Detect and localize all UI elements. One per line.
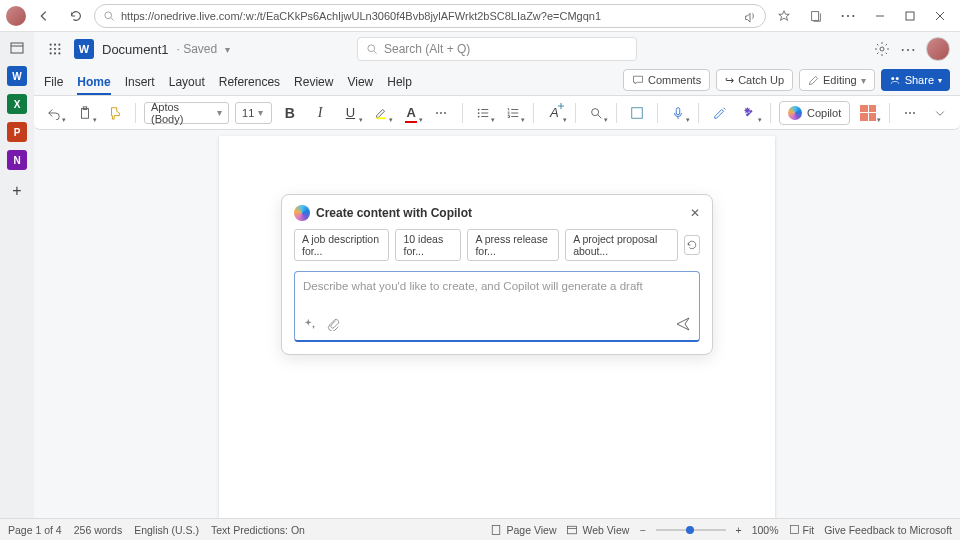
tab-file[interactable]: File [44, 75, 63, 95]
refresh-chips-button[interactable] [684, 235, 700, 255]
designer-button[interactable] [625, 100, 649, 126]
paste-button[interactable]: ▾ [72, 100, 96, 126]
tab-layout[interactable]: Layout [169, 75, 205, 95]
dictate-button[interactable]: ▾ [666, 100, 690, 126]
close-button[interactable] [926, 4, 954, 28]
send-button[interactable] [675, 316, 691, 332]
svg-point-16 [895, 77, 898, 80]
app-launcher-icon[interactable] [44, 38, 66, 60]
ribbon-toolbar: ▾ ▾ Aptos (Body)▾ 11▾ B I U▾ ▾ A▾ ⋯ ▾ ▾ … [34, 96, 960, 130]
find-button[interactable]: ▾ [583, 100, 607, 126]
svg-point-12 [58, 52, 60, 54]
tab-review[interactable]: Review [294, 75, 333, 95]
chip-press-release[interactable]: A press release for... [467, 229, 559, 261]
profile-avatar-icon[interactable] [6, 6, 26, 26]
bullets-button[interactable]: ▾ [471, 100, 495, 126]
bold-button[interactable]: B [278, 100, 302, 126]
address-bar[interactable]: https://onedrive.live.com/:w:/t/EaCKkPs6… [94, 4, 766, 28]
search-box[interactable]: Search (Alt + Q) [357, 37, 637, 61]
font-color-button[interactable]: A▾ [399, 100, 423, 126]
minimize-button[interactable] [866, 4, 894, 28]
rail-word-icon[interactable]: W [7, 66, 27, 86]
save-status: · Saved [176, 42, 217, 56]
document-name[interactable]: Document1 [102, 42, 168, 57]
underline-button[interactable]: U▾ [338, 100, 362, 126]
prompt-input-box[interactable]: Describe what you'd like to create, and … [294, 271, 700, 342]
word-count[interactable]: 256 words [74, 524, 122, 536]
rail-home-icon[interactable] [7, 38, 27, 58]
rail-powerpoint-icon[interactable]: P [7, 122, 27, 142]
ribbon-overflow-button[interactable]: ⋯ [897, 100, 921, 126]
collapse-ribbon-button[interactable] [928, 100, 952, 126]
ribbon-tabs: File Home Insert Layout References Revie… [34, 66, 960, 96]
share-button[interactable]: Share ▾ [881, 69, 950, 91]
tab-references[interactable]: References [219, 75, 280, 95]
font-size-select[interactable]: 11▾ [235, 102, 271, 124]
font-name-select[interactable]: Aptos (Body)▾ [144, 102, 229, 124]
svg-rect-19 [376, 117, 385, 119]
read-aloud-icon[interactable] [743, 9, 757, 23]
page-view-button[interactable]: Page View [490, 524, 556, 536]
browser-more-icon[interactable]: ⋯ [834, 4, 862, 28]
zoom-level[interactable]: 100% [752, 524, 779, 536]
zoom-slider[interactable] [656, 529, 726, 531]
numbering-button[interactable]: ▾ [501, 100, 525, 126]
chip-job-description[interactable]: A job description for... [294, 229, 389, 261]
tab-insert[interactable]: Insert [125, 75, 155, 95]
user-avatar[interactable] [926, 37, 950, 61]
url-text: https://onedrive.live.com/:w:/t/EaCKkPs6… [121, 10, 601, 22]
sparkle-icon[interactable] [303, 317, 317, 331]
editor-button[interactable] [707, 100, 731, 126]
close-icon[interactable]: ✕ [690, 206, 700, 220]
tab-view[interactable]: View [347, 75, 373, 95]
document-canvas[interactable]: Create content with Copilot ✕ A job desc… [34, 130, 960, 518]
rail-add-icon[interactable]: + [12, 182, 21, 200]
collections-icon[interactable] [802, 4, 830, 28]
language-indicator[interactable]: English (U.S.) [134, 524, 199, 536]
svg-point-11 [54, 52, 56, 54]
feedback-link[interactable]: Give Feedback to Microsoft [824, 524, 952, 536]
svg-point-14 [880, 47, 884, 51]
editing-mode-button[interactable]: Editing ▾ [799, 69, 875, 91]
comments-button[interactable]: Comments [623, 69, 710, 91]
undo-button[interactable]: ▾ [42, 100, 66, 126]
chip-proposal[interactable]: A project proposal about... [565, 229, 678, 261]
addins-button[interactable]: ▾ [856, 100, 880, 126]
rail-onenote-icon[interactable]: N [7, 150, 27, 170]
copilot-ribbon-button[interactable]: Copilot [779, 101, 850, 125]
tab-home[interactable]: Home [77, 75, 110, 95]
tab-help[interactable]: Help [387, 75, 412, 95]
rail-excel-icon[interactable]: X [7, 94, 27, 114]
svg-rect-26 [493, 525, 501, 534]
catchup-button[interactable]: ↪ Catch Up [716, 69, 793, 91]
highlight-button[interactable]: ▾ [369, 100, 393, 126]
zoom-in-button[interactable]: + [736, 524, 742, 536]
more-icon[interactable]: ⋯ [900, 40, 916, 59]
italic-button[interactable]: I [308, 100, 332, 126]
svg-rect-28 [790, 525, 798, 533]
fit-icon [789, 524, 800, 535]
chevron-down-icon: ▾ [938, 76, 942, 85]
chevron-down-icon: ▾ [861, 75, 866, 86]
predictions-indicator[interactable]: Text Predictions: On [211, 524, 305, 536]
settings-icon[interactable] [874, 41, 890, 57]
fit-button[interactable]: Fit [789, 524, 815, 536]
refresh-button[interactable] [62, 4, 90, 28]
web-view-button[interactable]: Web View [566, 524, 629, 536]
chevron-down-icon[interactable]: ▾ [225, 44, 230, 55]
chip-ideas[interactable]: 10 ideas for... [395, 229, 461, 261]
search-icon [103, 10, 115, 22]
favorites-icon[interactable] [770, 4, 798, 28]
zoom-out-button[interactable]: − [639, 524, 645, 536]
attach-icon[interactable] [327, 317, 341, 331]
format-painter-button[interactable] [103, 100, 127, 126]
left-app-rail: W X P N + [0, 32, 34, 518]
back-button[interactable] [30, 4, 58, 28]
styles-button[interactable]: A▾ [542, 100, 566, 126]
page-indicator[interactable]: Page 1 of 4 [8, 524, 62, 536]
more-font-button[interactable]: ⋯ [429, 100, 453, 126]
browser-toolbar: https://onedrive.live.com/:w:/t/EaCKkPs6… [0, 0, 960, 32]
document-page[interactable]: Create content with Copilot ✕ A job desc… [219, 136, 775, 518]
maximize-button[interactable] [896, 4, 924, 28]
rewrite-button[interactable]: ▾ [738, 100, 762, 126]
